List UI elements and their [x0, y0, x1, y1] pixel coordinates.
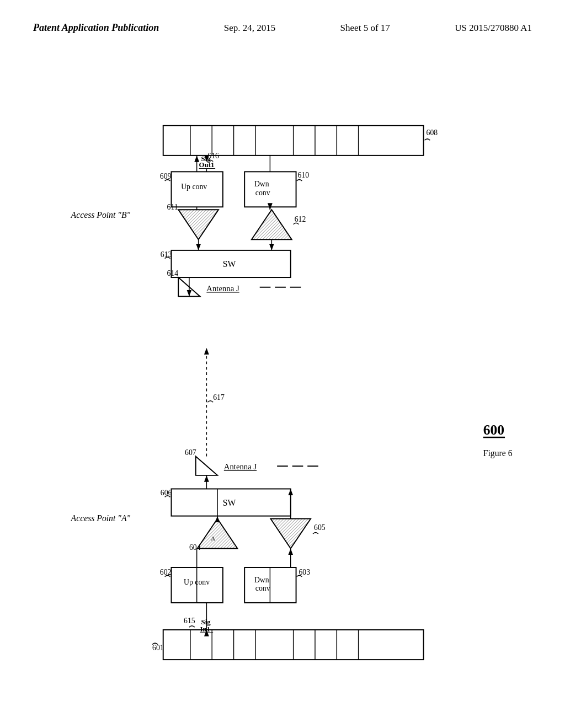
triangle-604: [198, 519, 238, 549]
publication-date: Sep. 24, 2015: [224, 23, 276, 34]
dwnconv-610-label: Dwn: [254, 180, 269, 188]
label-613: 613: [161, 250, 172, 259]
dwnconv-610-label2: conv: [255, 189, 270, 197]
dwnconv-label: Dwn: [254, 576, 269, 584]
page-header: Patent Application Publication Sep. 24, …: [0, 22, 565, 34]
triangle-605: [270, 519, 311, 549]
label-610: 610: [298, 171, 310, 179]
antenna-607: [196, 456, 217, 475]
antenna-j-label: Antenna J: [224, 462, 257, 471]
label-614: 614: [167, 269, 179, 277]
figure-number: 600: [483, 422, 504, 438]
patent-diagram: Access Point "A" 601 Sig In1 615 Up conv…: [0, 55, 565, 695]
label-602: 602: [160, 568, 172, 576]
label-607: 607: [185, 448, 196, 457]
sheet-info: Sheet 5 of 17: [340, 23, 390, 34]
publication-title: Patent Application Publication: [33, 22, 159, 34]
triangle-612: [252, 210, 292, 239]
label-611: 611: [167, 203, 178, 211]
label-603: 603: [299, 568, 310, 576]
label-601: 601: [152, 644, 164, 652]
sig-out1-label2: Out1: [199, 161, 215, 169]
figure-label: Figure 6: [483, 448, 513, 458]
sw-613-label: SW: [223, 259, 236, 269]
label-604: 604: [189, 543, 201, 552]
upconv-609-label: Up conv: [181, 183, 207, 191]
dwnconv-label2: conv: [255, 584, 270, 592]
triangle-604-a: A: [211, 535, 215, 542]
label-609: 609: [160, 172, 172, 180]
label-617: 617: [213, 393, 225, 402]
label-606: 606: [161, 489, 172, 497]
diagram-area: Access Point "A" 601 Sig In1 615 Up conv…: [0, 55, 565, 695]
triangle-611: [178, 210, 218, 239]
label-615: 615: [184, 617, 195, 625]
label-616: 616: [207, 152, 219, 160]
label-612: 612: [295, 215, 306, 223]
label-608: 608: [427, 129, 438, 137]
sig-in1-label2: In1: [200, 625, 210, 633]
sw-label: SW: [223, 498, 236, 507]
antenna-j-label-2: Antenna J: [206, 284, 239, 293]
dwnconv-610: [244, 172, 296, 207]
access-point-a-label: Access Point "A": [71, 513, 131, 523]
label-605: 605: [314, 523, 326, 532]
patent-number: US 2015/270880 A1: [455, 23, 532, 34]
access-point-b-label: Access Point "B": [71, 210, 131, 220]
